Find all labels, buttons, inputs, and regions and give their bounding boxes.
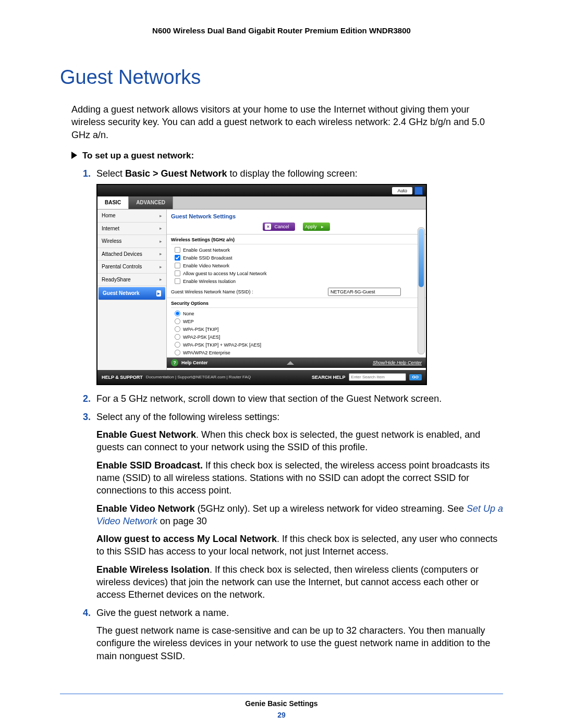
step-4: 4.Give the guest network a name. The gue… [83,607,503,662]
search-input[interactable] [349,373,406,381]
footer-rule [60,694,503,694]
sidebar-item-parental[interactable]: Parental Controls▸ [97,261,166,274]
intro-paragraph: Adding a guest network allows visitors a… [71,103,503,141]
chevron-right-icon: ▸ [160,264,162,270]
step-1: 1. Select Basic > Guest Network to displ… [83,167,503,386]
footer-links[interactable]: Documentation | Support@NETGEAR.com | Ro… [146,375,251,380]
ssid-input[interactable] [328,288,401,296]
help-icon: ? [171,359,178,366]
security-none-radio[interactable] [175,311,180,316]
sidebar-item-internet[interactable]: Internet▸ [97,223,166,236]
security-wep-radio[interactable] [175,318,180,324]
sidebar: Home▸ Internet▸ Wireless▸ Attached Devic… [97,209,167,370]
sidebar-item-attached[interactable]: Attached Devices▸ [97,248,166,261]
cancel-button[interactable]: ×Cancel [263,223,295,231]
ssid-label: Guest Wireless Network Name (SSID) : [171,289,253,295]
footer-page-number: 29 [60,711,503,719]
sidebar-item-readyshare[interactable]: ReadyShare▸ [97,274,166,287]
router-ui-screenshot: Auto BASIC ADVANCED Home▸ Internet▸ Wire… [96,184,427,385]
language-dropdown-icon[interactable] [414,187,423,195]
help-support-label: HELP & SUPPORT [102,374,143,380]
language-select[interactable]: Auto [392,187,412,194]
chevron-right-icon: ▸ [160,213,162,219]
scrollbar[interactable] [418,227,425,354]
page-title: Guest Networks [60,66,503,89]
apply-button[interactable]: Apply▸ [303,223,330,231]
security-wpa2-radio[interactable] [175,334,180,340]
expand-up-icon[interactable] [287,361,294,365]
close-icon: × [265,224,271,230]
tab-basic[interactable]: BASIC [97,196,129,209]
chevron-right-icon: ▸ [160,276,162,282]
sidebar-item-wireless[interactable]: Wireless▸ [97,235,166,248]
triangle-bullet-icon [71,152,77,159]
chevron-right-icon: ▸ [160,251,162,257]
chevron-right-icon: ▸ [156,290,161,297]
wireless-isolation-checkbox[interactable] [175,278,180,284]
security-wpa-radio[interactable] [175,326,180,332]
chevron-right-icon: ▸ [321,224,324,230]
security-options-header: Security Options [171,300,422,308]
show-hide-help-link[interactable]: Show/Hide Help Center [373,360,422,366]
security-enterprise-radio[interactable] [175,350,180,355]
security-wpawpa2-radio[interactable] [175,342,180,348]
chevron-right-icon: ▸ [160,238,162,244]
step-2: 2.For a 5 GHz network, scroll down to vi… [83,392,503,405]
enable-video-checkbox[interactable] [175,263,180,268]
sidebar-item-home[interactable]: Home▸ [97,209,166,223]
step-3: 3.Select any of the following wireless s… [83,411,503,601]
wireless-settings-header: Wireless Settings (5GHz a/n) [171,237,422,244]
tab-advanced[interactable]: ADVANCED [129,196,173,209]
panel-title: Guest Network Settings [167,209,426,221]
chevron-right-icon: ▸ [160,225,162,231]
procedure-heading: To set up a guest network: [71,151,503,161]
sidebar-item-guest[interactable]: Guest Network▸ [99,287,165,300]
doc-header: N600 Wireless Dual Band Gigabit Router P… [60,26,503,35]
help-center-label[interactable]: Help Center [181,360,208,365]
footer-section-name: Genie Basic Settings [60,699,503,708]
search-help-label: SEARCH HELP [312,374,346,380]
enable-ssid-checkbox[interactable] [175,255,180,261]
go-button[interactable]: GO [409,374,422,381]
enable-guest-checkbox[interactable] [175,247,180,253]
allow-local-checkbox[interactable] [175,270,180,276]
